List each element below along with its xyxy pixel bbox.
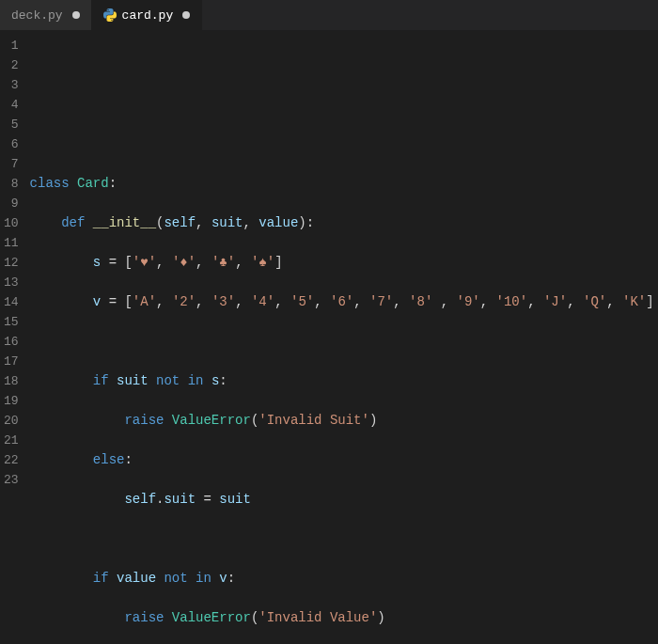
code-line [30,95,658,115]
tab-deck-py[interactable]: deck.py [0,0,92,30]
code-content[interactable]: class Card: def __init__(self, suit, val… [26,30,658,644]
code-line: s = ['♥', '♦', '♣', '♠'] [30,253,658,273]
code-line: raise ValueError('Invalid Value') [30,608,658,628]
line-number: 16 [4,332,19,352]
line-number: 4 [4,95,19,115]
line-number: 19 [4,391,19,411]
file-label: deck.py [11,8,63,23]
line-number: 5 [4,115,19,134]
code-line [30,55,658,75]
code-line: v = ['A', '2', '3', '4', '5', '6', '7', … [30,292,658,312]
modified-dot-icon [182,11,190,19]
tab-card-py[interactable]: card.py [92,0,203,30]
code-line [30,134,658,154]
line-number: 7 [4,154,19,174]
line-number-gutter: 1234567891011121314151617181920212223 [0,30,26,644]
code-line: raise ValueError('Invalid Suit') [30,411,658,431]
line-number: 3 [4,75,19,95]
file-label: card.py [122,8,174,23]
code-line: class Card: [30,174,658,194]
line-number: 15 [4,312,19,332]
code-line: self.suit = suit [30,490,658,510]
line-number: 23 [4,470,19,490]
line-number: 2 [4,55,19,75]
line-number: 18 [4,371,19,391]
line-number: 12 [4,253,19,273]
line-number: 22 [4,450,19,470]
line-number: 6 [4,134,19,154]
code-line: if value not in v: [30,569,658,589]
line-number: 17 [4,352,19,371]
code-line [30,529,658,549]
modified-dot-icon [72,11,80,19]
code-line [30,332,658,352]
line-number: 13 [4,273,19,292]
line-number: 21 [4,431,19,450]
python-icon [103,8,117,22]
line-number: 9 [4,194,19,213]
code-line: def __init__(self, suit, value): [30,213,658,233]
line-number: 8 [4,174,19,194]
tab-bar: deck.py card.py [0,0,658,30]
line-number: 11 [4,233,19,253]
line-number: 1 [4,36,19,55]
line-number: 10 [4,213,19,233]
line-number: 14 [4,292,19,312]
line-number: 20 [4,411,19,431]
code-line: if suit not in s: [30,371,658,391]
editor-area[interactable]: 1234567891011121314151617181920212223 cl… [0,30,658,644]
code-line: else: [30,450,658,470]
